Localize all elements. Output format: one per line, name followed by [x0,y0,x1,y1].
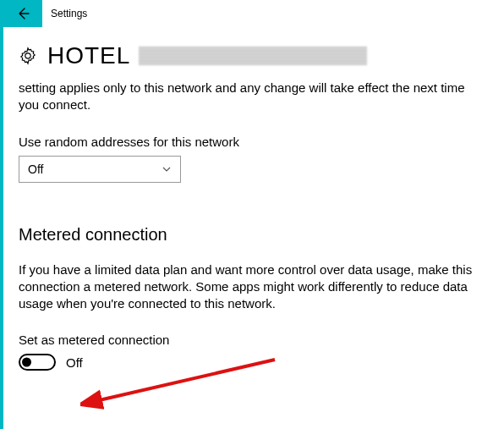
back-arrow-icon [15,6,30,21]
accent-stripe [0,0,3,429]
metered-toggle-label: Set as metered connection [19,333,485,347]
metered-description: If you have a limited data plan and want… [19,261,485,313]
back-button[interactable] [3,0,42,27]
metered-section-title: Metered connection [19,225,485,245]
toggle-knob [22,358,31,367]
metered-toggle[interactable] [19,354,56,371]
network-heading: HOTEL [19,42,485,69]
chevron-down-icon [162,164,172,174]
window-title: Settings [51,8,87,19]
random-addresses-dropdown[interactable]: Off [19,156,181,183]
random-addresses-label: Use random addresses for this network [19,135,485,149]
dropdown-value: Off [28,162,43,176]
network-name: HOTEL [47,42,130,69]
gear-icon [19,47,37,65]
redacted-text [139,47,367,65]
metered-toggle-state: Off [66,355,83,370]
titlebar: Settings [0,0,504,27]
network-description: setting applies only to this network and… [19,80,485,114]
